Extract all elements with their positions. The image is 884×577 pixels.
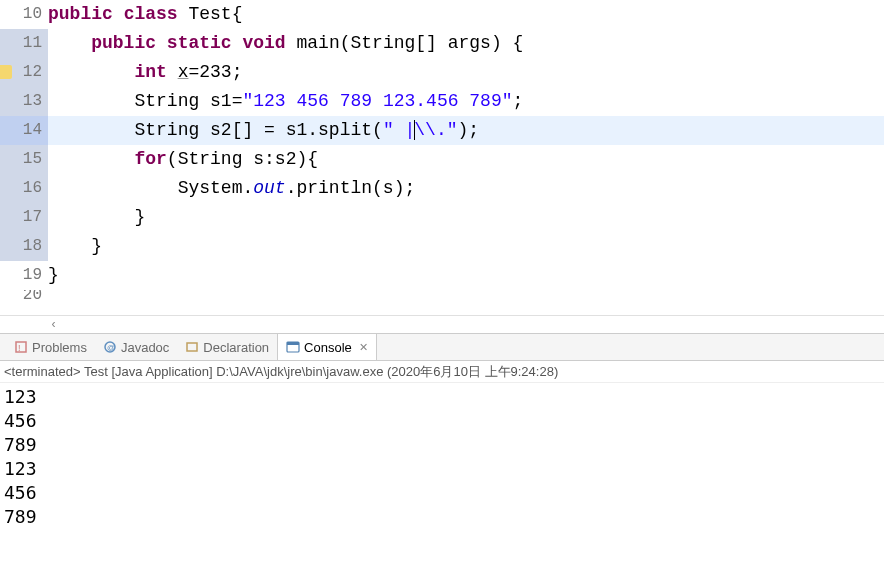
svg-rect-6 — [287, 342, 299, 345]
console-icon — [286, 340, 300, 354]
code-token: class — [124, 4, 178, 24]
code-token: int — [134, 62, 166, 82]
code-line[interactable]: } — [48, 203, 884, 232]
code-line[interactable]: for(String s:s2){ — [48, 145, 884, 174]
code-token: System. — [178, 178, 254, 198]
line-number: 12 — [0, 58, 48, 87]
problems-icon: ! — [14, 340, 28, 354]
line-gutter: 1011121314151617181920 — [0, 0, 48, 315]
line-number: 13 — [0, 87, 48, 116]
code-token: " | — [383, 120, 415, 140]
console-line: 456 — [4, 481, 880, 505]
code-token: static — [167, 33, 232, 53]
code-token: public — [91, 33, 156, 53]
code-token — [156, 33, 167, 53]
code-token — [232, 33, 243, 53]
console-line: 789 — [4, 505, 880, 529]
code-token: } — [91, 236, 102, 256]
code-token: =233; — [188, 62, 242, 82]
code-line[interactable]: public class Test{ — [48, 0, 884, 29]
code-token: ); — [458, 120, 480, 140]
code-token: \\." — [414, 120, 457, 140]
code-token: String s1= — [134, 91, 242, 111]
horizontal-scrollbar[interactable]: ‹ — [0, 315, 884, 333]
tab-label: Declaration — [203, 340, 269, 355]
console-line: 789 — [4, 433, 880, 457]
code-token: for — [134, 149, 166, 169]
console-status-bar: <terminated> Test [Java Application] D:\… — [0, 361, 884, 383]
javadoc-icon: @ — [103, 340, 117, 354]
line-number: 15 — [0, 145, 48, 174]
code-token: } — [48, 265, 59, 285]
code-line[interactable]: String s1="123 456 789 123.456 789"; — [48, 87, 884, 116]
code-token: String s2[] = s1.split( — [134, 120, 382, 140]
console-line: 456 — [4, 409, 880, 433]
code-token: void — [242, 33, 285, 53]
code-token — [167, 62, 178, 82]
line-number: 10 — [0, 0, 48, 29]
close-icon[interactable]: ✕ — [359, 341, 368, 354]
code-line[interactable]: } — [48, 232, 884, 261]
code-token: Test{ — [178, 4, 243, 24]
tab-label: Javadoc — [121, 340, 169, 355]
code-token: x — [178, 62, 189, 82]
bottom-tabs: ! Problems @ Javadoc Declaration Console… — [0, 333, 884, 361]
line-number: 18 — [0, 232, 48, 261]
code-token: } — [134, 207, 145, 227]
code-line[interactable]: } — [48, 261, 884, 290]
code-token: public — [48, 4, 113, 24]
code-line[interactable] — [48, 290, 884, 304]
line-number: 17 — [0, 203, 48, 232]
tab-console[interactable]: Console ✕ — [277, 334, 377, 360]
code-content[interactable]: public class Test{ public static void ma… — [48, 0, 884, 315]
tab-label: Problems — [32, 340, 87, 355]
tab-declaration[interactable]: Declaration — [177, 334, 277, 360]
code-line[interactable]: int x=233; — [48, 58, 884, 87]
console-output[interactable]: 123456789123456789 — [0, 383, 884, 531]
code-line[interactable]: System.out.println(s); — [48, 174, 884, 203]
code-token: ; — [513, 91, 524, 111]
code-line[interactable]: String s2[] = s1.split(" |\\."); — [48, 116, 884, 145]
warning-icon — [0, 65, 12, 79]
line-number: 19 — [0, 261, 48, 290]
code-editor[interactable]: 1011121314151617181920 public class Test… — [0, 0, 884, 315]
declaration-icon — [185, 340, 199, 354]
tab-javadoc[interactable]: @ Javadoc — [95, 334, 177, 360]
line-number: 16 — [0, 174, 48, 203]
line-number: 11 — [0, 29, 48, 58]
scroll-left-icon[interactable]: ‹ — [50, 318, 57, 332]
code-token — [113, 4, 124, 24]
code-token: (String s:s2){ — [167, 149, 318, 169]
code-token: out — [253, 178, 285, 198]
code-token: main(String[] args) { — [286, 33, 524, 53]
code-token: .println(s); — [286, 178, 416, 198]
tab-label: Console — [304, 340, 352, 355]
svg-text:!: ! — [18, 343, 21, 353]
tab-problems[interactable]: ! Problems — [6, 334, 95, 360]
console-line: 123 — [4, 385, 880, 409]
line-number: 20 — [0, 290, 48, 304]
code-line[interactable]: public static void main(String[] args) { — [48, 29, 884, 58]
line-number: 14 — [0, 116, 48, 145]
code-token: "123 456 789 123.456 789" — [242, 91, 512, 111]
console-line: 123 — [4, 457, 880, 481]
svg-text:@: @ — [107, 343, 115, 352]
svg-rect-4 — [187, 343, 197, 351]
